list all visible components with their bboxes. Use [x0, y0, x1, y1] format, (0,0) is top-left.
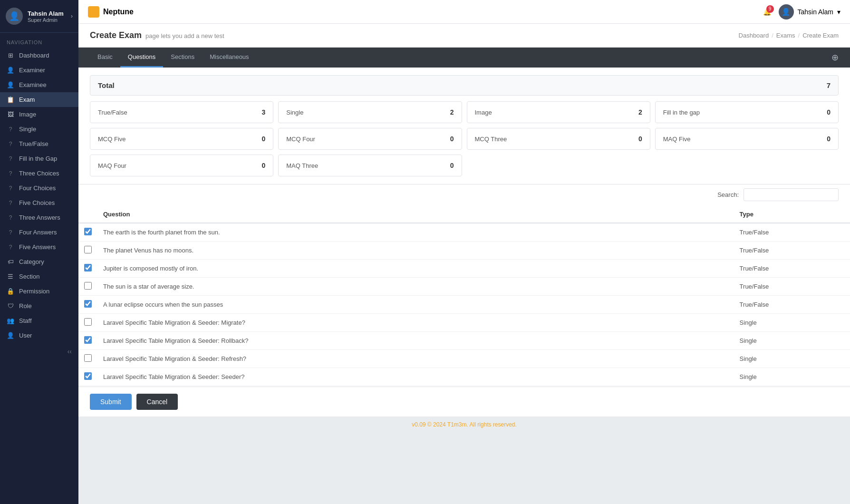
row-type: True/False: [734, 296, 850, 314]
sidebar-item-label: Role: [19, 302, 32, 310]
sidebar-item-label: Four Choices: [19, 184, 56, 192]
notification-button[interactable]: 🔔 9: [763, 8, 771, 16]
exam-icon: 📋: [7, 96, 14, 103]
stat-count: 2: [638, 108, 642, 116]
row-checkbox[interactable]: [84, 300, 92, 308]
dashboard-icon: ⊞: [7, 52, 14, 59]
row-checkbox[interactable]: [84, 318, 92, 326]
sidebar-collapse-button[interactable]: ‹‹: [0, 343, 78, 360]
tab-sections[interactable]: Sections: [163, 48, 202, 68]
stat-name: Image: [475, 109, 492, 116]
submit-button[interactable]: Submit: [90, 394, 132, 410]
sidebar-item-three-choices[interactable]: ? Three Choices: [0, 166, 78, 181]
sidebar-item-examiner[interactable]: 👤 Examiner: [0, 63, 78, 78]
row-checkbox[interactable]: [84, 372, 92, 380]
breadcrumb-dashboard[interactable]: Dashboard: [739, 32, 769, 39]
category-icon: 🏷: [7, 258, 14, 265]
table-wrapper: Question Type The earth is the fourth pl…: [78, 206, 850, 387]
row-checkbox[interactable]: [84, 282, 92, 290]
breadcrumb-exams[interactable]: Exams: [776, 32, 795, 39]
stat-count: 0: [827, 108, 831, 116]
sidebar-item-three-answers[interactable]: ? Three Answers: [0, 210, 78, 225]
row-checkbox-cell[interactable]: [78, 332, 97, 350]
tab-bar: Basic Questions Sections Miscellaneous ⊕: [78, 48, 850, 68]
main-area: Neptune 🔔 9 👤 Tahsin Alam ▾ Create Exam …: [78, 0, 850, 504]
row-checkbox-cell[interactable]: [78, 368, 97, 386]
row-checkbox[interactable]: [84, 246, 92, 253]
row-checkbox-cell[interactable]: [78, 260, 97, 278]
sidebar-item-permission[interactable]: 🔒 Permission: [0, 284, 78, 299]
sidebar-item-examinee[interactable]: 👤 Examinee: [0, 78, 78, 92]
app-logo: Neptune: [88, 6, 134, 18]
sidebar: 👤 Tahsin Alam Super Admin › Navigation ⊞…: [0, 0, 78, 504]
five-choices-icon: ?: [7, 200, 14, 206]
row-checkbox-cell[interactable]: [78, 278, 97, 296]
sidebar-item-true-false[interactable]: ? True/False: [0, 136, 78, 151]
stat-count: 0: [450, 162, 454, 169]
table-row: What is measurement of the indicated ang…: [78, 386, 850, 387]
row-checkbox-cell[interactable]: [78, 386, 97, 387]
sidebar-item-four-answers[interactable]: ? Four Answers: [0, 225, 78, 240]
sidebar-item-label: Category: [19, 258, 44, 265]
row-checkbox-cell[interactable]: [78, 242, 97, 260]
cancel-button[interactable]: Cancel: [136, 394, 178, 410]
stat-name: MCQ Four: [286, 136, 315, 143]
user-menu[interactable]: 👤 Tahsin Alam ▾: [779, 4, 840, 19]
total-row: Total 7: [90, 75, 839, 96]
stat-name: Single: [286, 109, 303, 116]
tab-basic[interactable]: Basic: [90, 48, 120, 68]
tab-sections-label: Sections: [171, 53, 194, 60]
sidebar-item-label: True/False: [19, 140, 48, 147]
sidebar-item-user[interactable]: 👤 User: [0, 328, 78, 343]
examiner-icon: 👤: [7, 67, 14, 74]
row-question: What is measurement of the indicated ang…: [97, 386, 734, 387]
sidebar-item-label: Single: [19, 126, 36, 133]
sidebar-item-exam[interactable]: 📋 Exam: [0, 92, 78, 107]
tab-questions[interactable]: Questions: [120, 48, 164, 68]
search-input[interactable]: [744, 188, 839, 201]
stat-maq-four: MAQ Four 0: [90, 155, 273, 176]
sidebar-item-role[interactable]: 🛡 Role: [0, 299, 78, 313]
col-checkbox: [78, 206, 97, 223]
row-checkbox[interactable]: [84, 264, 92, 271]
row-checkbox-cell[interactable]: [78, 350, 97, 368]
sidebar-item-single[interactable]: ? Single: [0, 122, 78, 136]
row-checkbox[interactable]: [84, 336, 92, 344]
sidebar-item-label: Dashboard: [19, 52, 49, 59]
tab-add-button[interactable]: ⊕: [831, 52, 839, 63]
stat-fill-gap: Fill in the gap 0: [655, 101, 839, 123]
total-value: 7: [827, 81, 831, 89]
stat-count: 0: [261, 135, 265, 143]
tab-miscellaneous[interactable]: Miscellaneous: [202, 48, 256, 68]
fill-gap-icon: ?: [7, 155, 14, 162]
image-icon: 🖼: [7, 111, 14, 118]
breadcrumb: Dashboard / Exams / Create Exam: [739, 32, 839, 39]
sidebar-item-four-choices[interactable]: ? Four Choices: [0, 181, 78, 195]
row-question: Jupiter is composed mostly of iron.: [97, 260, 734, 278]
permission-icon: 🔒: [7, 288, 14, 295]
sidebar-item-image[interactable]: 🖼 Image: [0, 107, 78, 122]
chevron-right-icon: ›: [71, 13, 73, 19]
stat-maq-three: MAQ Three 0: [278, 155, 462, 176]
sidebar-item-dashboard[interactable]: ⊞ Dashboard: [0, 48, 78, 63]
row-type: Single: [734, 314, 850, 332]
table-row: Jupiter is composed mostly of iron. True…: [78, 260, 850, 278]
sidebar-item-fill-gap[interactable]: ? Fill in the Gap: [0, 151, 78, 166]
row-checkbox-cell[interactable]: [78, 296, 97, 314]
row-checkbox-cell[interactable]: [78, 223, 97, 242]
stat-mcq-four: MCQ Four 0: [278, 128, 462, 150]
sidebar-item-section[interactable]: ☰ Section: [0, 269, 78, 284]
row-checkbox[interactable]: [84, 354, 92, 362]
row-checkbox-cell[interactable]: [78, 314, 97, 332]
total-label: Total: [98, 81, 115, 89]
sidebar-item-five-choices[interactable]: ? Five Choices: [0, 195, 78, 210]
row-type: True/False: [734, 223, 850, 242]
row-checkbox[interactable]: [84, 228, 92, 235]
row-type: True/False: [734, 278, 850, 296]
four-choices-icon: ?: [7, 185, 14, 192]
sidebar-item-five-answers[interactable]: ? Five Answers: [0, 240, 78, 254]
sidebar-item-category[interactable]: 🏷 Category: [0, 254, 78, 269]
sidebar-item-staff[interactable]: 👥 Staff: [0, 313, 78, 328]
logo-box: [88, 6, 99, 18]
stat-name: Fill in the gap: [663, 109, 700, 116]
